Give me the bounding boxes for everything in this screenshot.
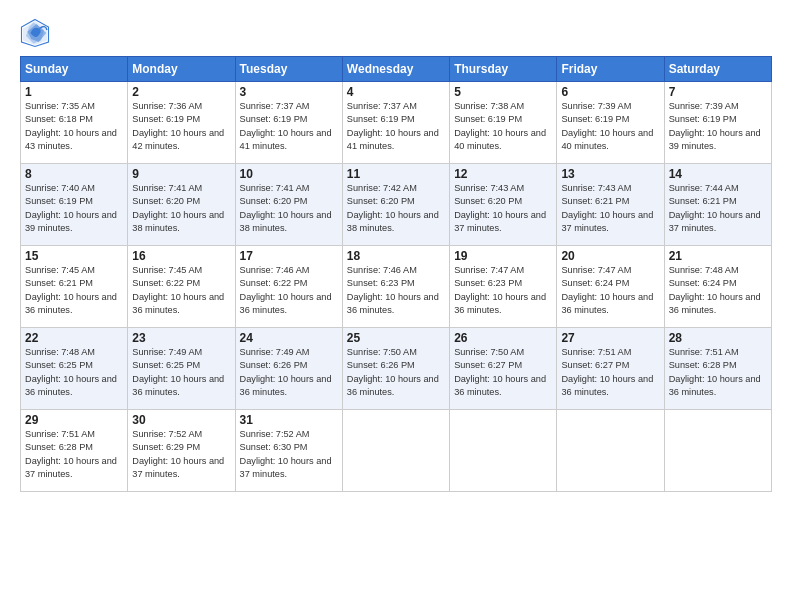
calendar-cell: 4Sunrise: 7:37 AMSunset: 6:19 PMDaylight… xyxy=(342,82,449,164)
calendar-cell: 31Sunrise: 7:52 AMSunset: 6:30 PMDayligh… xyxy=(235,410,342,492)
day-info: Sunrise: 7:38 AMSunset: 6:19 PMDaylight:… xyxy=(454,101,546,151)
calendar-cell: 21Sunrise: 7:48 AMSunset: 6:24 PMDayligh… xyxy=(664,246,771,328)
day-header-thursday: Thursday xyxy=(450,57,557,82)
day-number: 16 xyxy=(132,249,230,263)
calendar-cell: 10Sunrise: 7:41 AMSunset: 6:20 PMDayligh… xyxy=(235,164,342,246)
day-info: Sunrise: 7:41 AMSunset: 6:20 PMDaylight:… xyxy=(132,183,224,233)
calendar-cell: 28Sunrise: 7:51 AMSunset: 6:28 PMDayligh… xyxy=(664,328,771,410)
calendar-cell: 9Sunrise: 7:41 AMSunset: 6:20 PMDaylight… xyxy=(128,164,235,246)
calendar-cell: 14Sunrise: 7:44 AMSunset: 6:21 PMDayligh… xyxy=(664,164,771,246)
day-number: 20 xyxy=(561,249,659,263)
day-info: Sunrise: 7:51 AMSunset: 6:27 PMDaylight:… xyxy=(561,347,653,397)
calendar-cell: 29Sunrise: 7:51 AMSunset: 6:28 PMDayligh… xyxy=(21,410,128,492)
day-number: 22 xyxy=(25,331,123,345)
day-number: 9 xyxy=(132,167,230,181)
day-info: Sunrise: 7:37 AMSunset: 6:19 PMDaylight:… xyxy=(240,101,332,151)
calendar-week-row: 29Sunrise: 7:51 AMSunset: 6:28 PMDayligh… xyxy=(21,410,772,492)
calendar-header-row: SundayMondayTuesdayWednesdayThursdayFrid… xyxy=(21,57,772,82)
day-number: 26 xyxy=(454,331,552,345)
day-number: 29 xyxy=(25,413,123,427)
day-info: Sunrise: 7:45 AMSunset: 6:22 PMDaylight:… xyxy=(132,265,224,315)
day-info: Sunrise: 7:47 AMSunset: 6:24 PMDaylight:… xyxy=(561,265,653,315)
calendar-cell: 20Sunrise: 7:47 AMSunset: 6:24 PMDayligh… xyxy=(557,246,664,328)
calendar-cell: 7Sunrise: 7:39 AMSunset: 6:19 PMDaylight… xyxy=(664,82,771,164)
calendar-cell: 23Sunrise: 7:49 AMSunset: 6:25 PMDayligh… xyxy=(128,328,235,410)
calendar-cell: 15Sunrise: 7:45 AMSunset: 6:21 PMDayligh… xyxy=(21,246,128,328)
day-number: 11 xyxy=(347,167,445,181)
day-number: 27 xyxy=(561,331,659,345)
calendar-cell xyxy=(342,410,449,492)
calendar-week-row: 1Sunrise: 7:35 AMSunset: 6:18 PMDaylight… xyxy=(21,82,772,164)
day-info: Sunrise: 7:42 AMSunset: 6:20 PMDaylight:… xyxy=(347,183,439,233)
calendar-cell: 1Sunrise: 7:35 AMSunset: 6:18 PMDaylight… xyxy=(21,82,128,164)
calendar-cell: 8Sunrise: 7:40 AMSunset: 6:19 PMDaylight… xyxy=(21,164,128,246)
day-info: Sunrise: 7:39 AMSunset: 6:19 PMDaylight:… xyxy=(561,101,653,151)
calendar-cell: 24Sunrise: 7:49 AMSunset: 6:26 PMDayligh… xyxy=(235,328,342,410)
day-info: Sunrise: 7:48 AMSunset: 6:24 PMDaylight:… xyxy=(669,265,761,315)
calendar-cell: 6Sunrise: 7:39 AMSunset: 6:19 PMDaylight… xyxy=(557,82,664,164)
calendar-cell: 3Sunrise: 7:37 AMSunset: 6:19 PMDaylight… xyxy=(235,82,342,164)
day-header-monday: Monday xyxy=(128,57,235,82)
day-info: Sunrise: 7:48 AMSunset: 6:25 PMDaylight:… xyxy=(25,347,117,397)
calendar-cell: 25Sunrise: 7:50 AMSunset: 6:26 PMDayligh… xyxy=(342,328,449,410)
day-number: 6 xyxy=(561,85,659,99)
logo-icon xyxy=(20,18,50,48)
day-number: 14 xyxy=(669,167,767,181)
day-info: Sunrise: 7:36 AMSunset: 6:19 PMDaylight:… xyxy=(132,101,224,151)
day-info: Sunrise: 7:39 AMSunset: 6:19 PMDaylight:… xyxy=(669,101,761,151)
day-number: 2 xyxy=(132,85,230,99)
header xyxy=(20,18,772,48)
day-info: Sunrise: 7:51 AMSunset: 6:28 PMDaylight:… xyxy=(669,347,761,397)
calendar-cell: 19Sunrise: 7:47 AMSunset: 6:23 PMDayligh… xyxy=(450,246,557,328)
day-info: Sunrise: 7:49 AMSunset: 6:25 PMDaylight:… xyxy=(132,347,224,397)
calendar-cell: 18Sunrise: 7:46 AMSunset: 6:23 PMDayligh… xyxy=(342,246,449,328)
day-info: Sunrise: 7:46 AMSunset: 6:23 PMDaylight:… xyxy=(347,265,439,315)
day-number: 7 xyxy=(669,85,767,99)
calendar-page: SundayMondayTuesdayWednesdayThursdayFrid… xyxy=(0,0,792,612)
calendar-cell: 30Sunrise: 7:52 AMSunset: 6:29 PMDayligh… xyxy=(128,410,235,492)
day-info: Sunrise: 7:43 AMSunset: 6:21 PMDaylight:… xyxy=(561,183,653,233)
calendar-cell: 5Sunrise: 7:38 AMSunset: 6:19 PMDaylight… xyxy=(450,82,557,164)
day-number: 24 xyxy=(240,331,338,345)
day-header-wednesday: Wednesday xyxy=(342,57,449,82)
calendar-cell xyxy=(557,410,664,492)
calendar-table: SundayMondayTuesdayWednesdayThursdayFrid… xyxy=(20,56,772,492)
day-number: 31 xyxy=(240,413,338,427)
day-number: 23 xyxy=(132,331,230,345)
calendar-cell: 27Sunrise: 7:51 AMSunset: 6:27 PMDayligh… xyxy=(557,328,664,410)
day-header-sunday: Sunday xyxy=(21,57,128,82)
day-info: Sunrise: 7:41 AMSunset: 6:20 PMDaylight:… xyxy=(240,183,332,233)
calendar-cell: 12Sunrise: 7:43 AMSunset: 6:20 PMDayligh… xyxy=(450,164,557,246)
day-info: Sunrise: 7:50 AMSunset: 6:27 PMDaylight:… xyxy=(454,347,546,397)
day-info: Sunrise: 7:46 AMSunset: 6:22 PMDaylight:… xyxy=(240,265,332,315)
day-number: 25 xyxy=(347,331,445,345)
calendar-cell xyxy=(664,410,771,492)
day-info: Sunrise: 7:49 AMSunset: 6:26 PMDaylight:… xyxy=(240,347,332,397)
calendar-cell: 16Sunrise: 7:45 AMSunset: 6:22 PMDayligh… xyxy=(128,246,235,328)
day-number: 10 xyxy=(240,167,338,181)
day-info: Sunrise: 7:52 AMSunset: 6:29 PMDaylight:… xyxy=(132,429,224,479)
day-header-tuesday: Tuesday xyxy=(235,57,342,82)
calendar-cell: 13Sunrise: 7:43 AMSunset: 6:21 PMDayligh… xyxy=(557,164,664,246)
logo xyxy=(20,18,54,48)
day-info: Sunrise: 7:47 AMSunset: 6:23 PMDaylight:… xyxy=(454,265,546,315)
day-number: 1 xyxy=(25,85,123,99)
day-number: 18 xyxy=(347,249,445,263)
day-number: 30 xyxy=(132,413,230,427)
day-number: 4 xyxy=(347,85,445,99)
day-info: Sunrise: 7:51 AMSunset: 6:28 PMDaylight:… xyxy=(25,429,117,479)
calendar-cell: 26Sunrise: 7:50 AMSunset: 6:27 PMDayligh… xyxy=(450,328,557,410)
day-info: Sunrise: 7:43 AMSunset: 6:20 PMDaylight:… xyxy=(454,183,546,233)
day-info: Sunrise: 7:52 AMSunset: 6:30 PMDaylight:… xyxy=(240,429,332,479)
calendar-cell xyxy=(450,410,557,492)
day-number: 19 xyxy=(454,249,552,263)
day-info: Sunrise: 7:50 AMSunset: 6:26 PMDaylight:… xyxy=(347,347,439,397)
day-number: 28 xyxy=(669,331,767,345)
day-info: Sunrise: 7:35 AMSunset: 6:18 PMDaylight:… xyxy=(25,101,117,151)
day-number: 15 xyxy=(25,249,123,263)
calendar-week-row: 22Sunrise: 7:48 AMSunset: 6:25 PMDayligh… xyxy=(21,328,772,410)
day-info: Sunrise: 7:44 AMSunset: 6:21 PMDaylight:… xyxy=(669,183,761,233)
day-info: Sunrise: 7:45 AMSunset: 6:21 PMDaylight:… xyxy=(25,265,117,315)
calendar-week-row: 8Sunrise: 7:40 AMSunset: 6:19 PMDaylight… xyxy=(21,164,772,246)
day-number: 3 xyxy=(240,85,338,99)
